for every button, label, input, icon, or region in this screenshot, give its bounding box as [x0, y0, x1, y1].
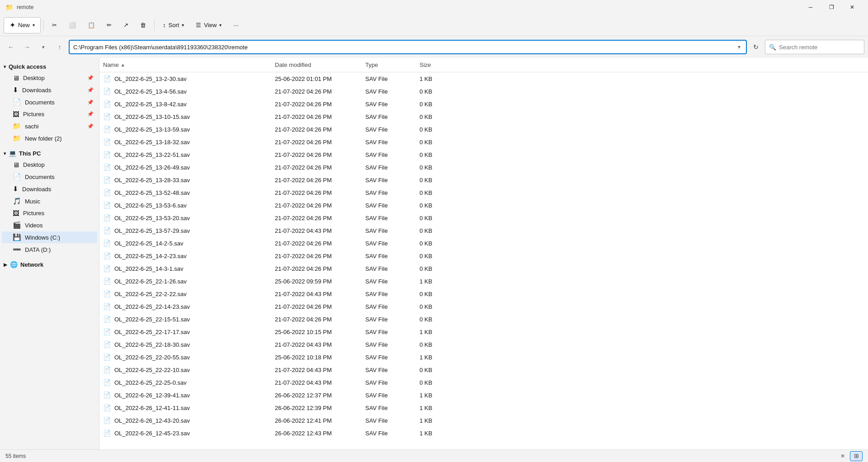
table-row[interactable]: 📄 OL_2022-6-25_13-4-56.sav 21-07-2022 04…: [99, 85, 868, 98]
rename-button[interactable]: ✏: [101, 17, 117, 33]
file-name-cell: 📄 OL_2022-6-25_22-20-55.sav: [99, 352, 271, 363]
table-row[interactable]: 📄 OL_2022-6-25_22-1-26.sav 25-06-2022 09…: [99, 275, 868, 288]
search-icon: 🔍: [769, 44, 776, 51]
file-name: OL_2022-6-25_13-22-51.sav: [114, 151, 190, 158]
cut-button[interactable]: ✂: [47, 17, 62, 33]
search-box[interactable]: 🔍: [765, 40, 864, 54]
table-row[interactable]: 📄 OL_2022-6-25_22-25-0.sav 21-07-2022 04…: [99, 376, 868, 389]
table-row[interactable]: 📄 OL_2022-6-25_14-3-1.sav 21-07-2022 04:…: [99, 262, 868, 275]
back-button[interactable]: ←: [4, 40, 18, 54]
file-date-cell: 25-06-2022 01:01 PM: [271, 74, 362, 84]
table-row[interactable]: 📄 OL_2022-6-25_13-18-32.sav 21-07-2022 0…: [99, 136, 868, 148]
table-row[interactable]: 📄 OL_2022-6-25_13-13-59.sav 21-07-2022 0…: [99, 123, 868, 136]
col-header-date[interactable]: Date modified: [271, 60, 362, 70]
forward-button[interactable]: →: [20, 40, 34, 54]
view-details-button[interactable]: ≡: [836, 451, 849, 461]
new-button[interactable]: ✦ New ▾: [4, 17, 41, 33]
close-button[interactable]: ✕: [842, 0, 863, 14]
address-input-wrapper[interactable]: ▾: [69, 40, 747, 54]
table-row[interactable]: 📄 OL_2022-6-25_22-22-10.sav 21-07-2022 0…: [99, 363, 868, 376]
sidebar-item-pictures-quick[interactable]: 🖼 Pictures 📌: [2, 108, 97, 120]
file-date-cell: 21-07-2022 04:26 PM: [271, 251, 362, 261]
address-input[interactable]: [73, 44, 736, 51]
sidebar-item-desktop-pc[interactable]: 🖥 Desktop: [2, 159, 97, 170]
table-row[interactable]: 📄 OL_2022-6-25_13-22-51.sav 21-07-2022 0…: [99, 148, 868, 161]
table-row[interactable]: 📄 OL_2022-6-25_13-53-6.sav 21-07-2022 04…: [99, 199, 868, 212]
table-row[interactable]: 📄 OL_2022-6-25_22-14-23.sav 21-07-2022 0…: [99, 300, 868, 313]
file-date-cell: 21-07-2022 04:43 PM: [271, 226, 362, 236]
table-row[interactable]: 📄 OL_2022-6-25_22-17-17.sav 25-06-2022 1…: [99, 325, 868, 338]
sidebar-item-windows-c[interactable]: 💾 Windows (C:): [2, 231, 97, 243]
sort-button[interactable]: ↕ Sort ▾: [157, 17, 189, 33]
table-row[interactable]: 📄 OL_2022-6-25_13-52-48.sav 21-07-2022 0…: [99, 186, 868, 199]
sidebar-item-label: sachi: [25, 123, 38, 130]
file-type: SAV File: [365, 329, 388, 335]
table-row[interactable]: 📄 OL_2022-6-25_22-20-55.sav 25-06-2022 1…: [99, 351, 868, 363]
file-type: SAV File: [365, 253, 388, 259]
table-row[interactable]: 📄 OL_2022-6-25_13-28-33.sav 21-07-2022 0…: [99, 174, 868, 186]
file-date: 21-07-2022 04:26 PM: [275, 164, 332, 171]
search-input[interactable]: [779, 44, 860, 51]
table-row[interactable]: 📄 OL_2022-6-25_13-57-29.sav 21-07-2022 0…: [99, 224, 868, 237]
col-header-size[interactable]: Size: [416, 60, 452, 70]
delete-button[interactable]: 🗑: [135, 17, 151, 33]
network-header[interactable]: ▶ 🌐 Network: [0, 259, 99, 270]
new-label: New: [18, 22, 30, 28]
file-size-cell: 0 KB: [416, 365, 452, 375]
col-header-name[interactable]: Name ▲: [99, 60, 271, 70]
paste-button[interactable]: 📋: [82, 17, 100, 33]
table-row[interactable]: 📄 OL_2022-6-26_12-41-11.sav 26-06-2022 1…: [99, 401, 868, 414]
sidebar-item-documents-pc[interactable]: 📄 Documents: [2, 171, 97, 183]
sidebar-item-label: Windows (C:): [25, 234, 60, 241]
address-chevron-icon[interactable]: ▾: [736, 44, 742, 50]
up-button[interactable]: ↑: [52, 40, 67, 54]
file-date-cell: 26-06-2022 12:41 PM: [271, 415, 362, 426]
sidebar-item-music-pc[interactable]: 🎵 Music: [2, 195, 97, 207]
sidebar-item-documents-quick[interactable]: 📄 Documents 📌: [2, 96, 97, 108]
sidebar-item-downloads-pc[interactable]: ⬇ Downloads: [2, 183, 97, 195]
view-large-button[interactable]: ⊞: [850, 451, 863, 461]
sidebar-item-data-d[interactable]: ➖ DATA (D:): [2, 244, 97, 255]
sidebar-item-sachi[interactable]: 📁 sachi 📌: [2, 120, 97, 132]
file-list-header: Name ▲ Date modified Type Size: [99, 58, 868, 72]
sidebar-item-label: Desktop: [23, 161, 45, 168]
more-button[interactable]: ···: [228, 17, 244, 33]
table-row[interactable]: 📄 OL_2022-6-26_12-39-41.sav 26-06-2022 1…: [99, 389, 868, 401]
file-date: 26-06-2022 12:37 PM: [275, 392, 332, 399]
file-type: SAV File: [365, 405, 388, 411]
table-row[interactable]: 📄 OL_2022-6-25_13-10-15.sav 21-07-2022 0…: [99, 110, 868, 123]
table-row[interactable]: 📄 OL_2022-6-25_14-2-5.sav 21-07-2022 04:…: [99, 237, 868, 250]
table-row[interactable]: 📄 OL_2022-6-25_13-53-20.sav 21-07-2022 0…: [99, 212, 868, 224]
table-row[interactable]: 📄 OL_2022-6-26_12-45-23.sav 26-06-2022 1…: [99, 427, 868, 439]
maximize-button[interactable]: ❐: [821, 0, 842, 14]
copy-button[interactable]: ⬜: [63, 17, 81, 33]
sidebar-item-downloads-quick[interactable]: ⬇ Downloads 📌: [2, 84, 97, 96]
recent-button[interactable]: ▾: [36, 40, 51, 54]
sidebar-item-pictures-pc[interactable]: 🖼 Pictures: [2, 207, 97, 219]
col-header-type[interactable]: Type: [362, 60, 416, 70]
file-date-cell: 21-07-2022 04:26 PM: [271, 162, 362, 173]
table-row[interactable]: 📄 OL_2022-6-25_13-26-49.sav 21-07-2022 0…: [99, 161, 868, 174]
table-row[interactable]: 📄 OL_2022-6-25_13-2-30.sav 25-06-2022 01…: [99, 72, 868, 85]
file-date-cell: 21-07-2022 04:43 PM: [271, 289, 362, 299]
this-pc-header[interactable]: ▾ 💻 This PC: [0, 148, 99, 159]
table-row[interactable]: 📄 OL_2022-6-25_13-8-42.sav 21-07-2022 04…: [99, 98, 868, 110]
minimize-button[interactable]: ─: [800, 0, 821, 14]
sidebar-item-label: Music: [25, 198, 40, 205]
quick-access-header[interactable]: ▾ Quick access: [0, 61, 99, 72]
refresh-button[interactable]: ↻: [749, 40, 763, 54]
file-name-cell: 📄 OL_2022-6-25_13-26-49.sav: [99, 162, 271, 173]
table-row[interactable]: 📄 OL_2022-6-25_14-2-23.sav 21-07-2022 04…: [99, 250, 868, 262]
file-icon: 📄: [103, 113, 111, 120]
share-button[interactable]: ↗: [118, 17, 134, 33]
file-date: 21-07-2022 04:26 PM: [275, 113, 332, 120]
sidebar-item-desktop-quick[interactable]: 🖥 Desktop 📌: [2, 72, 97, 84]
view-button[interactable]: ☰ View ▾: [190, 17, 227, 33]
table-row[interactable]: 📄 OL_2022-6-26_12-43-20.sav 26-06-2022 1…: [99, 414, 868, 427]
sidebar-item-new-folder[interactable]: 📁 New folder (2): [2, 132, 97, 144]
sidebar-item-videos-pc[interactable]: 🎬 Videos: [2, 219, 97, 231]
table-row[interactable]: 📄 OL_2022-6-25_22-15-51.sav 21-07-2022 0…: [99, 313, 868, 325]
table-row[interactable]: 📄 OL_2022-6-25_22-18-30.sav 21-07-2022 0…: [99, 338, 868, 351]
pin-icon: 📌: [87, 75, 94, 81]
table-row[interactable]: 📄 OL_2022-6-25_22-2-22.sav 21-07-2022 04…: [99, 288, 868, 300]
